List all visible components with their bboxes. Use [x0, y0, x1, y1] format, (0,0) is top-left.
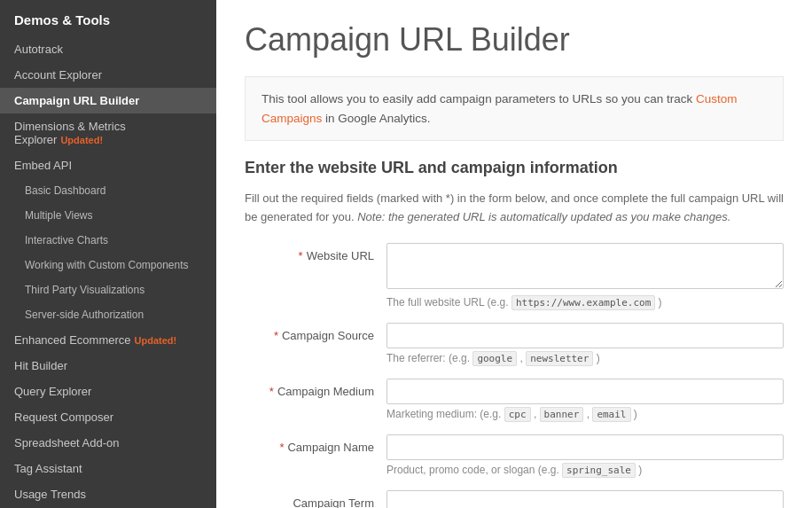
field-hint-website-url: The full website URL (e.g. https://www.e…	[386, 296, 784, 309]
field-hint-code-campaign-source-1: newsletter	[526, 351, 593, 366]
field-hint-code-campaign-medium-2: email	[592, 407, 630, 422]
campaign-name-input[interactable]	[386, 434, 784, 460]
form-field-wrap-website-url: The full website URL (e.g. https://www.e…	[386, 243, 784, 309]
form-row-website-url: *Website URLThe full website URL (e.g. h…	[245, 243, 784, 309]
sidebar-item-label-third-party: Third Party Visualizations	[25, 284, 144, 296]
field-hint-campaign-source: The referrer: (e.g. google , newsletter …	[386, 352, 784, 364]
required-star-campaign-source: *	[274, 329, 278, 342]
required-star-campaign-name: *	[279, 441, 284, 454]
campaign-source-input[interactable]	[386, 323, 784, 348]
sidebar-item-third-party[interactable]: Third Party Visualizations	[0, 277, 216, 302]
form-label-campaign-name: *Campaign Name	[245, 434, 386, 454]
sidebar-item-dimensions-metrics[interactable]: Dimensions & Metrics ExplorerUpdated!	[0, 113, 216, 152]
sidebar-item-basic-dashboard[interactable]: Basic Dashboard	[0, 178, 216, 203]
sidebar-item-hit-builder[interactable]: Hit Builder	[0, 353, 216, 379]
updated-badge-dimensions-metrics: Updated!	[60, 135, 103, 145]
sidebar-item-label-spreadsheet-add-on: Spreadsheet Add-on	[14, 436, 120, 449]
sidebar: Demos & Tools AutotrackAccount ExplorerC…	[0, 0, 216, 508]
form-description: Fill out the required fields (marked wit…	[245, 190, 784, 227]
field-hint-campaign-medium: Marketing medium: (e.g. cpc , banner , e…	[386, 408, 784, 420]
sidebar-item-autotrack[interactable]: Autotrack	[0, 36, 216, 62]
intro-text-before: This tool allows you to easily add campa…	[262, 92, 696, 106]
form-label-campaign-medium: *Campaign Medium	[245, 379, 386, 398]
sidebar-item-usage-trends[interactable]: Usage Trends	[0, 481, 216, 507]
field-hint-code-campaign-medium-1: banner	[540, 407, 584, 422]
sidebar-item-label-enhanced-ecommerce: Enhanced Ecommerce	[14, 333, 131, 347]
main-content: Campaign URL Builder This tool allows yo…	[216, 0, 812, 508]
sidebar-item-label-tag-assistant: Tag Assistant	[14, 462, 82, 475]
form-field-wrap-campaign-medium: Marketing medium: (e.g. cpc , banner , e…	[386, 379, 784, 420]
sidebar-item-label-basic-dashboard: Basic Dashboard	[25, 184, 105, 197]
intro-box: This tool allows you to easily add campa…	[245, 76, 784, 141]
sidebar-item-label-campaign-url-builder: Campaign URL Builder	[14, 94, 139, 107]
form-row-campaign-term: Campaign Term	[245, 490, 784, 508]
form-desc-italic: Note: the generated URL is automatically…	[357, 210, 730, 223]
sidebar-item-label-query-explorer: Query Explorer	[14, 385, 91, 398]
form-field-wrap-campaign-source: The referrer: (e.g. google , newsletter …	[386, 323, 784, 364]
form-label-campaign-source: *Campaign Source	[245, 323, 386, 342]
sidebar-item-label-server-side-auth: Server-side Authorization	[25, 309, 144, 321]
sidebar-item-tag-assistant[interactable]: Tag Assistant	[0, 456, 216, 481]
updated-badge-enhanced-ecommerce: Updated!	[135, 335, 177, 346]
form-fields: *Website URLThe full website URL (e.g. h…	[245, 243, 784, 508]
sidebar-item-embed-api[interactable]: Embed API	[0, 152, 216, 178]
sidebar-item-label-multiple-views: Multiple Views	[25, 209, 92, 222]
campaign-medium-input[interactable]	[386, 379, 784, 404]
form-label-campaign-term: Campaign Term	[245, 490, 386, 508]
sidebar-title: Demos & Tools	[0, 0, 216, 36]
required-star-website-url: *	[299, 249, 303, 262]
field-hint-code-campaign-source-0: google	[472, 351, 517, 366]
field-hint-code-campaign-name-0: spring_sale	[562, 463, 636, 478]
sidebar-item-request-composer[interactable]: Request Composer	[0, 404, 216, 430]
campaign-term-input[interactable]	[386, 490, 784, 508]
sidebar-item-label-hit-builder: Hit Builder	[14, 359, 67, 372]
form-field-wrap-campaign-name: Product, promo code, or slogan (e.g. spr…	[386, 434, 784, 476]
intro-text-after: in Google Analytics.	[322, 112, 430, 125]
field-hint-code-campaign-medium-0: cpc	[504, 407, 531, 422]
form-row-campaign-name: *Campaign NameProduct, promo code, or sl…	[245, 434, 784, 476]
form-field-wrap-campaign-term	[386, 490, 784, 508]
page-title: Campaign URL Builder	[245, 21, 784, 59]
sidebar-item-label-custom-components: Working with Custom Components	[25, 259, 189, 271]
sidebar-item-label-embed-api: Embed API	[14, 159, 72, 172]
sidebar-item-label-account-explorer: Account Explorer	[14, 68, 102, 82]
field-hint-campaign-name: Product, promo code, or slogan (e.g. spr…	[386, 464, 784, 476]
sidebar-item-spreadsheet-add-on[interactable]: Spreadsheet Add-on	[0, 430, 216, 456]
section-heading: Enter the website URL and campaign infor…	[245, 159, 784, 177]
sidebar-item-label-usage-trends: Usage Trends	[14, 488, 86, 501]
website-url-input[interactable]	[386, 243, 784, 289]
sidebar-item-label-interactive-charts: Interactive Charts	[25, 234, 108, 246]
required-star-campaign-medium: *	[269, 385, 274, 398]
form-row-campaign-medium: *Campaign MediumMarketing medium: (e.g. …	[245, 379, 784, 420]
sidebar-item-query-explorer[interactable]: Query Explorer	[0, 379, 216, 404]
sidebar-item-multiple-views[interactable]: Multiple Views	[0, 203, 216, 228]
sidebar-item-label-request-composer: Request Composer	[14, 410, 113, 424]
form-row-campaign-source: *Campaign SourceThe referrer: (e.g. goog…	[245, 323, 784, 364]
sidebar-item-server-side-auth[interactable]: Server-side Authorization	[0, 302, 216, 327]
sidebar-item-campaign-url-builder[interactable]: Campaign URL Builder	[0, 88, 216, 113]
form-label-website-url: *Website URL	[245, 243, 386, 262]
sidebar-item-interactive-charts[interactable]: Interactive Charts	[0, 228, 216, 253]
field-hint-code-website-url: https://www.example.com	[511, 295, 655, 310]
sidebar-item-custom-components[interactable]: Working with Custom Components	[0, 253, 216, 277]
sidebar-item-label-autotrack: Autotrack	[14, 43, 63, 56]
sidebar-item-account-explorer[interactable]: Account Explorer	[0, 62, 216, 88]
sidebar-item-enhanced-ecommerce[interactable]: Enhanced EcommerceUpdated!	[0, 327, 216, 353]
